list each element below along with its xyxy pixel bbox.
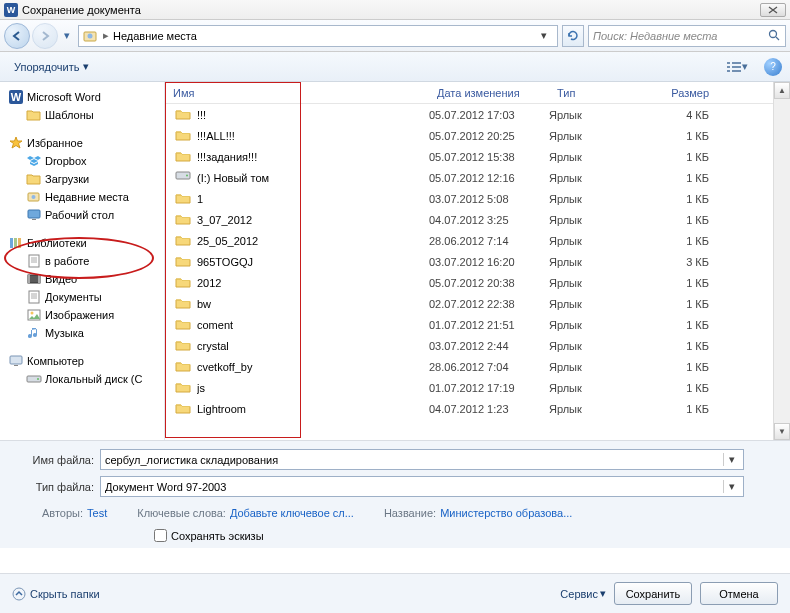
svg-point-1 — [88, 33, 93, 38]
filename-input[interactable]: сербул_логистика складирования ▾ — [100, 449, 744, 470]
music-icon — [26, 326, 42, 340]
file-name: !!!задания!!! — [197, 151, 429, 163]
search-input[interactable]: Поиск: Недавние места — [588, 25, 786, 47]
file-name: 965TOGQJ — [197, 256, 429, 268]
refresh-button[interactable] — [562, 25, 584, 47]
save-thumbnail-checkbox[interactable] — [154, 529, 167, 542]
sidebar-documents[interactable]: Документы — [2, 288, 162, 306]
col-name[interactable]: Имя — [165, 87, 429, 99]
sidebar-favorites[interactable]: Избранное — [2, 134, 162, 152]
sidebar-libraries[interactable]: Библиотеки — [2, 234, 162, 252]
address-dropdown[interactable]: ▾ — [535, 29, 553, 42]
organize-button[interactable]: Упорядочить▾ — [8, 57, 95, 76]
file-row[interactable]: !!!ALL!!!05.07.2012 20:25Ярлык1 КБ — [165, 125, 773, 146]
title-label: Название: — [384, 507, 436, 519]
file-date: 04.07.2012 3:25 — [429, 214, 549, 226]
sidebar-computer[interactable]: Компьютер — [2, 352, 162, 370]
svg-rect-21 — [14, 365, 18, 366]
authors-label: Авторы: — [42, 507, 83, 519]
scroll-up[interactable]: ▲ — [774, 82, 790, 99]
sidebar-downloads[interactable]: Загрузки — [2, 170, 162, 188]
file-row[interactable]: 3_07_201204.07.2012 3:25Ярлык1 КБ — [165, 209, 773, 230]
file-name: crystal — [197, 340, 429, 352]
forward-button[interactable] — [32, 23, 58, 49]
file-row[interactable]: coment01.07.2012 21:51Ярлык1 КБ — [165, 314, 773, 335]
file-row[interactable]: !!!05.07.2012 17:03Ярлык4 КБ — [165, 104, 773, 125]
libraries-icon — [8, 236, 24, 250]
keywords-label: Ключевые слова: — [137, 507, 226, 519]
file-row[interactable]: 25_05_201228.06.2012 7:14Ярлык1 КБ — [165, 230, 773, 251]
file-type: Ярлык — [549, 361, 639, 373]
filename-dropdown[interactable]: ▾ — [723, 453, 739, 466]
file-size: 1 КБ — [639, 277, 721, 289]
file-row[interactable]: 965TOGQJ03.07.2012 16:20Ярлык3 КБ — [165, 251, 773, 272]
hide-folders-button[interactable]: Скрыть папки — [12, 587, 100, 601]
view-mode-button[interactable]: ▾ — [720, 58, 754, 76]
folder-icon — [175, 380, 193, 396]
cancel-button[interactable]: Отмена — [700, 582, 778, 605]
sidebar-images[interactable]: Изображения — [2, 306, 162, 324]
file-date: 28.06.2012 7:04 — [429, 361, 549, 373]
back-button[interactable] — [4, 23, 30, 49]
file-date: 03.07.2012 16:20 — [429, 256, 549, 268]
file-row[interactable]: js01.07.2012 17:19Ярлык1 КБ — [165, 377, 773, 398]
sidebar-dropbox[interactable]: Dropbox — [2, 152, 162, 170]
file-size: 1 КБ — [639, 130, 721, 142]
sidebar-video[interactable]: Видео — [2, 270, 162, 288]
sidebar-word[interactable]: WMicrosoft Word — [2, 88, 162, 106]
filetype-input[interactable]: Документ Word 97-2003 ▾ — [100, 476, 744, 497]
scroll-down[interactable]: ▼ — [774, 423, 790, 440]
keywords-value[interactable]: Добавьте ключевое сл... — [230, 507, 354, 519]
file-row[interactable]: crystal03.07.2012 2:44Ярлык1 КБ — [165, 335, 773, 356]
file-name: coment — [197, 319, 429, 331]
file-size: 3 КБ — [639, 256, 721, 268]
sidebar-inwork[interactable]: в работе — [2, 252, 162, 270]
sidebar-recent-places[interactable]: Недавние места — [2, 188, 162, 206]
sidebar-desktop[interactable]: Рабочий стол — [2, 206, 162, 224]
history-dropdown[interactable]: ▾ — [60, 23, 74, 49]
folder-icon — [175, 149, 193, 165]
video-icon — [26, 272, 42, 286]
sidebar-templates[interactable]: Шаблоны — [2, 106, 162, 124]
file-date: 05.07.2012 17:03 — [429, 109, 549, 121]
svg-rect-15 — [28, 275, 30, 283]
address-bar[interactable]: ▸ Недавние места ▾ — [78, 25, 558, 47]
drive-icon — [175, 170, 193, 186]
filetype-dropdown[interactable]: ▾ — [723, 480, 739, 493]
sidebar-music[interactable]: Музыка — [2, 324, 162, 342]
file-row[interactable]: !!!задания!!!05.07.2012 15:38Ярлык1 КБ — [165, 146, 773, 167]
column-headers[interactable]: Имя Дата изменения Тип Размер — [165, 82, 773, 104]
folder-icon — [175, 359, 193, 375]
svg-text:W: W — [11, 91, 22, 103]
authors-value[interactable]: Test — [87, 507, 107, 519]
file-row[interactable]: 103.07.2012 5:08Ярлык1 КБ — [165, 188, 773, 209]
nav-bar: ▾ ▸ Недавние места ▾ Поиск: Недавние мес… — [0, 20, 790, 52]
help-button[interactable]: ? — [764, 58, 782, 76]
col-type[interactable]: Тип — [549, 87, 639, 99]
file-size: 1 КБ — [639, 340, 721, 352]
file-type: Ярлык — [549, 193, 639, 205]
title-value[interactable]: Министерство образова... — [440, 507, 572, 519]
svg-rect-20 — [10, 356, 22, 364]
close-button[interactable] — [760, 3, 786, 17]
file-type: Ярлык — [549, 298, 639, 310]
col-size[interactable]: Размер — [639, 87, 721, 99]
sidebar-local-disk[interactable]: Локальный диск (C — [2, 370, 162, 388]
col-date[interactable]: Дата изменения — [429, 87, 549, 99]
file-row[interactable]: Lightroom04.07.2012 1:23Ярлык1 КБ — [165, 398, 773, 419]
file-row[interactable]: 201205.07.2012 20:38Ярлык1 КБ — [165, 272, 773, 293]
file-date: 03.07.2012 5:08 — [429, 193, 549, 205]
file-size: 1 КБ — [639, 214, 721, 226]
file-row[interactable]: (I:) Новый том05.07.2012 12:16Ярлык1 КБ — [165, 167, 773, 188]
file-type: Ярлык — [549, 319, 639, 331]
file-type: Ярлык — [549, 382, 639, 394]
file-row[interactable]: cvetkoff_by28.06.2012 7:04Ярлык1 КБ — [165, 356, 773, 377]
file-name: Lightroom — [197, 403, 429, 415]
scrollbar[interactable]: ▲ ▼ — [773, 82, 790, 440]
word-icon: W — [8, 90, 24, 104]
file-size: 1 КБ — [639, 193, 721, 205]
file-row[interactable]: bw02.07.2012 22:38Ярлык1 КБ — [165, 293, 773, 314]
tools-menu[interactable]: Сервис ▾ — [560, 587, 606, 600]
save-button[interactable]: Сохранить — [614, 582, 692, 605]
file-date: 04.07.2012 1:23 — [429, 403, 549, 415]
